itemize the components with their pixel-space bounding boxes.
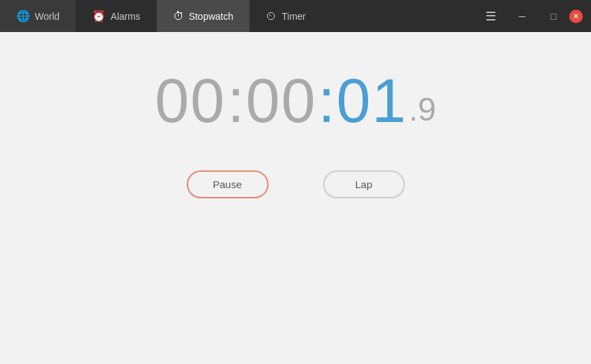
titlebar: 🌐 World ⏰ Alarms ⏱ Stopwatch ⏲ Timer ☰ ─… (0, 0, 591, 32)
minimize-button[interactable]: ─ (506, 0, 538, 32)
maximize-icon: □ (551, 11, 556, 22)
main-content: 00 : 00 : 01 .9 Pause Lap (0, 32, 591, 364)
minimize-icon: ─ (519, 11, 526, 22)
tab-world[interactable]: 🌐 World (0, 0, 76, 32)
hours-display: 00 (155, 66, 226, 136)
tab-stopwatch-label: Stopwatch (189, 11, 233, 22)
stopwatch-icon: ⏱ (173, 10, 184, 22)
alarms-icon: ⏰ (92, 10, 106, 22)
minutes-display: 00 (245, 66, 316, 136)
colon2: : (317, 70, 337, 132)
close-icon: ✕ (573, 12, 579, 21)
tab-stopwatch[interactable]: ⏱ Stopwatch (157, 0, 249, 32)
tab-alarms-label: Alarms (110, 11, 140, 22)
seconds-display: 01 (337, 66, 408, 136)
tab-timer-label: Timer (282, 11, 305, 22)
menu-icon: ☰ (485, 9, 496, 24)
menu-button[interactable]: ☰ (475, 0, 506, 32)
close-button[interactable]: ✕ (569, 10, 583, 23)
tab-timer[interactable]: ⏲ Timer (249, 0, 322, 32)
fraction-display: .9 (409, 91, 436, 136)
stopwatch-display: 00 : 00 : 01 .9 (155, 66, 436, 136)
colon1: : (226, 70, 245, 132)
tab-alarms[interactable]: ⏰ Alarms (76, 0, 157, 32)
tab-world-label: World (35, 11, 59, 22)
maximize-button[interactable]: □ (538, 0, 569, 32)
world-icon: 🌐 (16, 10, 30, 22)
window-controls: ☰ ─ □ ✕ (475, 0, 591, 32)
timer-icon: ⏲ (266, 10, 277, 22)
lap-button[interactable]: Lap (323, 170, 405, 198)
pause-button[interactable]: Pause (187, 170, 269, 198)
control-buttons: Pause Lap (187, 170, 405, 198)
